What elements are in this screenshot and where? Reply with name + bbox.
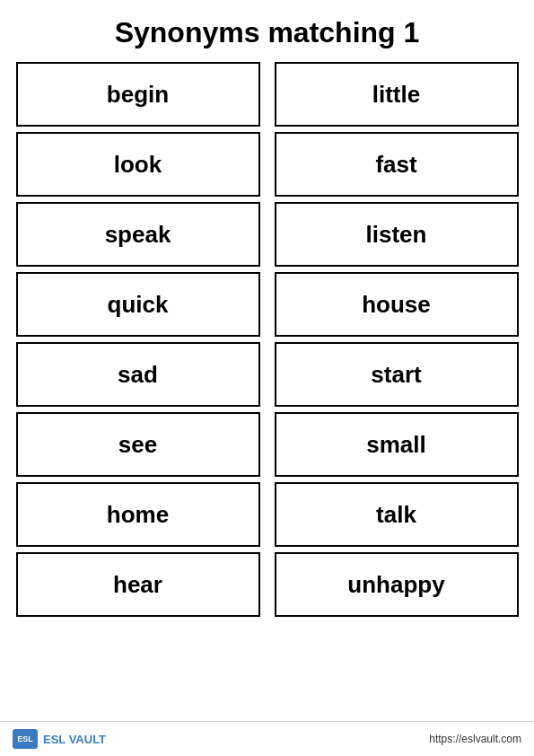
- word-card-left-3[interactable]: quick: [16, 272, 260, 337]
- footer: ESL ESL VAULT https://eslvault.com: [0, 721, 534, 756]
- word-card-left-1[interactable]: look: [16, 132, 260, 197]
- word-card-left-6[interactable]: home: [16, 482, 260, 547]
- page-title: Synonyms matching 1: [115, 16, 420, 49]
- footer-logo: ESL ESL VAULT: [13, 729, 106, 749]
- word-card-right-4[interactable]: start: [275, 342, 519, 407]
- matching-row: hearunhappy: [16, 552, 519, 617]
- matching-row: quickhouse: [16, 272, 519, 337]
- word-card-right-3[interactable]: house: [275, 272, 519, 337]
- matching-row: speaklisten: [16, 202, 519, 267]
- matching-row: beginlittle: [16, 62, 519, 127]
- word-card-left-0[interactable]: begin: [16, 62, 260, 127]
- word-card-right-5[interactable]: small: [275, 412, 519, 477]
- matching-row: sadstart: [16, 342, 519, 407]
- word-card-left-4[interactable]: sad: [16, 342, 260, 407]
- matching-row: seesmall: [16, 412, 519, 477]
- word-card-left-7[interactable]: hear: [16, 552, 260, 617]
- word-card-right-6[interactable]: talk: [275, 482, 519, 547]
- matching-row: hometalk: [16, 482, 519, 547]
- matching-grid: beginlittlelookfastspeaklistenquickhouse…: [16, 62, 519, 622]
- logo-label: ESL VAULT: [43, 733, 106, 746]
- word-card-right-1[interactable]: fast: [275, 132, 519, 197]
- footer-url: https://eslvault.com: [429, 733, 521, 745]
- word-card-left-2[interactable]: speak: [16, 202, 260, 267]
- logo-box: ESL: [13, 729, 38, 749]
- word-card-right-0[interactable]: little: [275, 62, 519, 127]
- word-card-right-7[interactable]: unhappy: [275, 552, 519, 617]
- word-card-left-5[interactable]: see: [16, 412, 260, 477]
- logo-icon-text: ESL: [17, 734, 33, 743]
- word-card-right-2[interactable]: listen: [275, 202, 519, 267]
- matching-row: lookfast: [16, 132, 519, 197]
